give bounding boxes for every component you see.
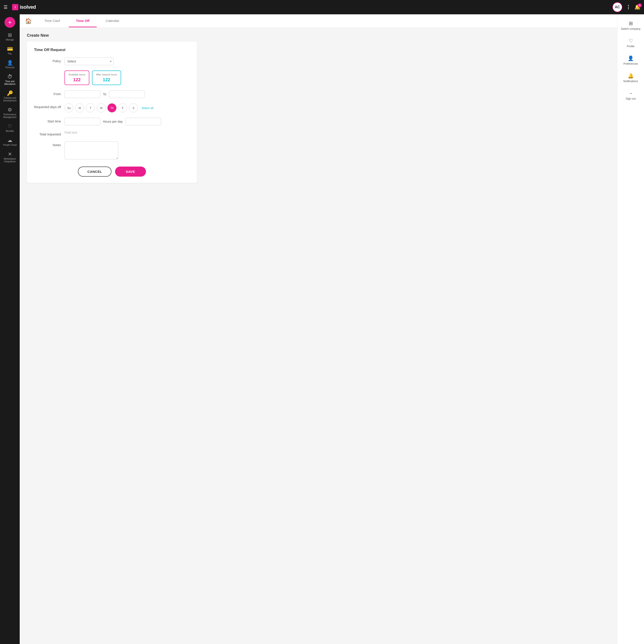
from-to-controls: To <box>64 90 190 98</box>
logo-icon: i <box>12 4 18 10</box>
sidebar-item-manage[interactable]: ⊞ Manage <box>0 30 20 43</box>
hours-boxes-controls: Available hours 122 After request hours … <box>64 71 190 85</box>
after-request-label: After request hours <box>96 73 117 76</box>
sidebar-item-pay[interactable]: 💳 Pay <box>0 44 20 57</box>
available-hours-box: Available hours 122 <box>64 71 89 85</box>
tab-time-off[interactable]: Time Off <box>69 15 97 27</box>
add-button[interactable]: + <box>4 17 15 28</box>
page-section-title: Create New <box>27 33 610 38</box>
sidebar-item-marketplace[interactable]: ✕ Marketplace Integrations <box>0 150 20 165</box>
total-requested-label: Total requested <box>34 131 61 136</box>
sub-header: 🏠 Time Card Time Off Calendar <box>20 14 617 28</box>
total-requested-row: Total requested Field text <box>34 131 190 136</box>
personal-icon: 👤 <box>7 60 13 65</box>
bell-button[interactable]: 🔔 8 <box>634 4 640 10</box>
right-item-notifications[interactable]: 🔔 Notifications <box>617 70 644 86</box>
select-all-link[interactable]: Select all <box>141 106 153 110</box>
after-request-value: 122 <box>96 77 117 82</box>
from-label: From <box>34 90 61 96</box>
requested-days-controls: Su M T W Th F S Select all <box>64 103 190 112</box>
day-wednesday[interactable]: W <box>97 103 106 112</box>
hours-boxes-row: Available hours 122 After request hours … <box>34 71 190 85</box>
tab-time-card[interactable]: Time Card <box>37 15 67 27</box>
sidebar-label-performance: Performance Management <box>1 113 18 119</box>
hamburger-icon[interactable]: ☰ <box>4 4 8 10</box>
time-attendance-icon: ⏱ <box>7 74 12 79</box>
day-thursday[interactable]: Th <box>107 103 116 112</box>
sidebar-label-personal: Personal <box>5 66 14 69</box>
sidebar-item-training[interactable]: 🔑 Training and Development <box>0 89 20 104</box>
sidebar-label-manage: Manage <box>6 39 14 41</box>
more-options-icon[interactable]: ⋮ <box>626 4 631 10</box>
policy-controls: Select Vacation Sick Personal ▾ <box>64 58 190 65</box>
start-time-label: Start time <box>34 118 61 123</box>
save-button[interactable]: SAVE <box>115 167 146 177</box>
hours-boxes: Available hours 122 After request hours … <box>64 71 121 85</box>
day-tuesday[interactable]: T <box>86 103 95 112</box>
right-label-notifications: Notifications <box>623 80 638 83</box>
available-hours-value: 122 <box>68 77 85 82</box>
top-header: ☰ i isolved AC ⋮ 🔔 8 <box>0 0 644 14</box>
sidebar-label-training: Training and Development <box>1 97 18 102</box>
requested-days-label: Requested days off <box>34 103 61 109</box>
right-item-switch-company[interactable]: ⊞ Switch company <box>617 18 644 34</box>
avatar[interactable]: AC <box>612 2 622 12</box>
start-time-input[interactable] <box>64 118 100 125</box>
after-request-hours-box: After request hours 122 <box>92 71 121 85</box>
sign-out-icon: → <box>628 91 633 96</box>
right-item-sign-out[interactable]: → Sign out <box>617 88 644 103</box>
sidebar-label-marketplace: Marketplace Integrations <box>1 158 18 163</box>
day-saturday[interactable]: S <box>129 103 138 112</box>
switch-company-icon: ⊞ <box>629 21 633 26</box>
right-label-preferences: Preferences <box>623 62 638 65</box>
from-to-row: From To <box>34 90 190 98</box>
right-label-sign-out: Sign out <box>626 97 635 100</box>
tab-calendar[interactable]: Calendar <box>98 15 126 27</box>
sidebar-item-people-cloud[interactable]: ☁ People Cloud <box>0 136 20 149</box>
left-sidebar: + ⊞ Manage 💳 Pay 👤 Personal ⏱ Time and A… <box>0 14 20 644</box>
right-item-preferences[interactable]: 👤 Preferences <box>617 53 644 68</box>
sidebar-item-personal[interactable]: 👤 Personal <box>0 58 20 71</box>
policy-select[interactable]: Select Vacation Sick Personal <box>64 58 114 65</box>
notification-badge: 8 <box>638 3 642 7</box>
benefits-icon: ♡ <box>8 124 12 129</box>
sidebar-label-people-cloud: People Cloud <box>3 144 17 146</box>
main-area: 🏠 Time Card Time Off Calendar Create New… <box>20 14 617 644</box>
total-requested-controls: Field text <box>64 131 190 134</box>
to-label: To <box>103 92 106 96</box>
form-card-title: Time Off Request <box>34 48 190 52</box>
sidebar-label-benefits: Benefits <box>6 130 14 133</box>
start-time-row: Start time Hours per day <box>34 118 190 125</box>
to-date-input[interactable] <box>109 90 145 98</box>
policy-row: Policy Select Vacation Sick Personal ▾ <box>34 58 190 65</box>
home-icon[interactable]: 🏠 <box>25 18 32 24</box>
right-panel: ⊞ Switch company ♡ Profile 👤 Preferences… <box>617 14 644 644</box>
logo-text: isolved <box>20 4 36 10</box>
right-label-profile: Profile <box>627 45 634 48</box>
notes-label: Notes <box>34 141 61 147</box>
requested-days-row: Requested days off Su M T W Th F S Selec… <box>34 103 190 112</box>
day-monday[interactable]: M <box>75 103 84 112</box>
sidebar-item-performance[interactable]: ⚙ Performance Management <box>0 105 20 121</box>
day-sunday[interactable]: Su <box>64 103 73 112</box>
from-date-input[interactable] <box>64 90 100 98</box>
logo: i isolved <box>12 4 36 10</box>
sidebar-item-time-attendance[interactable]: ⏱ Time and Attendance <box>0 72 20 88</box>
profile-icon: ♡ <box>629 39 633 43</box>
performance-icon: ⚙ <box>8 107 12 112</box>
cancel-button[interactable]: CANCEL <box>78 167 111 177</box>
training-icon: 🔑 <box>7 91 13 96</box>
pay-icon: 💳 <box>7 47 13 51</box>
notes-textarea[interactable] <box>64 141 118 159</box>
form-card: Time Off Request Policy Select Vacation … <box>27 41 197 183</box>
day-friday[interactable]: F <box>118 103 127 112</box>
total-requested-value: Field text <box>64 131 77 134</box>
hours-per-day-input[interactable] <box>125 118 161 125</box>
hours-per-day-label: Hours per day <box>103 120 123 123</box>
sidebar-label-time-attendance: Time and Attendance <box>1 80 18 86</box>
sidebar-item-benefits[interactable]: ♡ Benefits <box>0 122 20 135</box>
notes-controls <box>64 141 190 159</box>
sidebar-label-pay: Pay <box>8 52 12 55</box>
right-item-profile[interactable]: ♡ Profile <box>617 35 644 51</box>
preferences-icon: 👤 <box>628 56 634 61</box>
